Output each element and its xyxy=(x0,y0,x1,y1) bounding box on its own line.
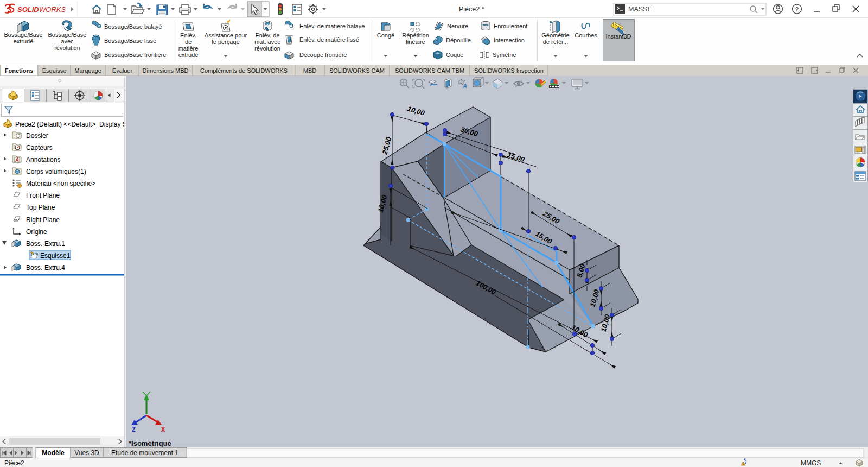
svg-text:Etude de mouvement 1: Etude de mouvement 1 xyxy=(111,449,178,457)
svg-text:WORKS: WORKS xyxy=(39,5,66,14)
svg-text:MMGS: MMGS xyxy=(801,459,821,467)
svg-text:Esquisse: Esquisse xyxy=(42,67,67,74)
svg-text:Compléments de SOLIDWORKS: Compléments de SOLIDWORKS xyxy=(200,67,288,74)
svg-text:X: X xyxy=(161,426,165,434)
svg-text:*Isométrique: *Isométrique xyxy=(129,439,171,447)
svg-text:Capteurs: Capteurs xyxy=(26,144,53,152)
svg-text:Matériau <non spécifié>: Matériau <non spécifié> xyxy=(26,180,95,187)
svg-text:linéaire: linéaire xyxy=(406,39,425,45)
svg-text:Instant3D: Instant3D xyxy=(605,33,631,40)
svg-text:SOLIDWORKS CAM TBM: SOLIDWORKS CAM TBM xyxy=(395,67,464,74)
svg-text:Découpe frontière: Découpe frontière xyxy=(299,52,347,58)
svg-text:Assistance pour: Assistance pour xyxy=(205,32,247,39)
svg-text:Bossage/Base balayé: Bossage/Base balayé xyxy=(104,23,162,30)
svg-text:25,00: 25,00 xyxy=(380,136,393,156)
svg-text:A: A xyxy=(15,157,19,163)
svg-text:Marquage: Marquage xyxy=(74,67,101,74)
svg-text:Nervure: Nervure xyxy=(447,23,468,29)
svg-text:Géométrie: Géométrie xyxy=(541,32,569,39)
svg-text:Evaluer: Evaluer xyxy=(112,67,133,74)
svg-text:!: ! xyxy=(743,462,744,465)
svg-text:le perçage: le perçage xyxy=(212,39,239,45)
svg-text:de: de xyxy=(185,39,192,45)
svg-text:Top Plane: Top Plane xyxy=(26,204,55,211)
svg-text:Vues 3D: Vues 3D xyxy=(74,449,99,457)
svg-text:Bossage/Base: Bossage/Base xyxy=(4,31,43,38)
svg-text:SOLID: SOLID xyxy=(17,5,39,14)
svg-text:extrudé: extrudé xyxy=(178,52,199,58)
svg-text:Right Plane: Right Plane xyxy=(26,216,60,224)
svg-text:matière: matière xyxy=(178,45,199,52)
svg-text:MBD: MBD xyxy=(303,67,317,74)
svg-text:Symétrie: Symétrie xyxy=(493,52,516,58)
svg-text:Enlèv. de: Enlèv. de xyxy=(255,32,279,39)
svg-text:Pièce2 (Default) <<Default>_Di: Pièce2 (Default) <<Default>_Display S xyxy=(15,121,124,128)
svg-text:Enlèv.: Enlèv. xyxy=(180,32,196,39)
svg-text:Annotations: Annotations xyxy=(26,156,60,163)
svg-text:MASSE: MASSE xyxy=(628,5,652,13)
svg-text:?: ? xyxy=(795,6,799,12)
svg-text:Enroulement: Enroulement xyxy=(494,23,527,29)
svg-text:révolution: révolution xyxy=(54,45,80,51)
svg-text:SOLIDWORKS Inspection: SOLIDWORKS Inspection xyxy=(474,67,544,74)
svg-text:10,00: 10,00 xyxy=(406,104,426,117)
svg-text:Dimensions MBD: Dimensions MBD xyxy=(143,67,189,74)
svg-text:Dossier: Dossier xyxy=(26,132,48,140)
svg-text:Front Plane: Front Plane xyxy=(26,192,60,199)
svg-text:Coque: Coque xyxy=(446,52,463,58)
svg-text:Courbes: Courbes xyxy=(575,32,597,39)
svg-text:de référ...: de référ... xyxy=(543,39,568,45)
svg-text:mat. avec: mat. avec xyxy=(254,39,280,45)
svg-text:Répétition: Répétition xyxy=(402,32,429,39)
svg-text:Enlèv. de matière lissé: Enlèv. de matière lissé xyxy=(299,36,359,43)
svg-text:Esquisse1: Esquisse1 xyxy=(40,252,71,260)
svg-text:Dépouille: Dépouille xyxy=(446,37,471,43)
svg-text:Pièce2 *: Pièce2 * xyxy=(459,5,484,13)
svg-text:A: A xyxy=(462,83,467,89)
svg-text:Bossage/Base: Bossage/Base xyxy=(48,31,87,38)
svg-text:15,00: 15,00 xyxy=(506,151,526,164)
svg-text:Boss.-Extru.1: Boss.-Extru.1 xyxy=(26,240,65,248)
svg-text:Pièce2: Pièce2 xyxy=(4,459,24,467)
svg-text:Bossage/Base lissé: Bossage/Base lissé xyxy=(104,37,156,44)
svg-text:avec: avec xyxy=(61,38,74,45)
svg-text:Enlèv. de matière balayé: Enlèv. de matière balayé xyxy=(299,23,365,29)
svg-text:Corps volumiques(1): Corps volumiques(1) xyxy=(26,168,86,175)
svg-text:SOLIDWORKS CAM: SOLIDWORKS CAM xyxy=(329,67,385,74)
svg-text:Z: Z xyxy=(132,426,136,434)
svg-text:Fonctions: Fonctions xyxy=(5,67,34,74)
svg-text:révolution: révolution xyxy=(254,45,280,52)
svg-text:Origine: Origine xyxy=(26,228,47,236)
svg-text:extrudé: extrudé xyxy=(14,38,34,45)
svg-text:Bossage/Base frontière: Bossage/Base frontière xyxy=(104,52,166,58)
svg-text:Boss.-Extru.4: Boss.-Extru.4 xyxy=(26,264,65,272)
svg-text:Modèle: Modèle xyxy=(42,449,65,457)
svg-text:Congé: Congé xyxy=(377,32,394,39)
svg-text:Intersection: Intersection xyxy=(494,37,525,43)
